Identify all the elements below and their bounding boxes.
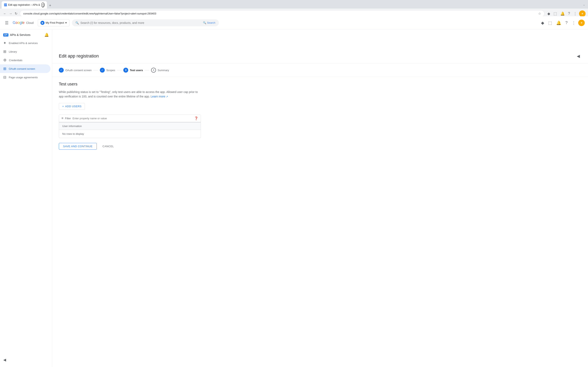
sidebar-collapse-button[interactable]: ◀ [0, 356, 9, 364]
action-buttons: SAVE AND CONTINUE CANCEL [59, 143, 201, 150]
browser-chrome: API Edit app registration – APIs & × + ˅… [0, 0, 588, 18]
topbar-diamond-button[interactable]: ◆ [539, 19, 546, 27]
diamond-icon-button[interactable]: ◆ [546, 11, 552, 17]
add-users-label: ADD USERS [65, 105, 81, 108]
tab-close-button[interactable]: × [41, 2, 44, 7]
page-header: Edit app registration ◀ [52, 48, 588, 64]
oauth-icon: ⊞ [3, 67, 6, 71]
screenshot-icon-button[interactable]: ⬚ [552, 11, 558, 17]
learn-more-link[interactable]: Learn more ↗ [151, 95, 168, 98]
step-divider-1 [93, 70, 98, 70]
back-button[interactable]: ← [2, 11, 7, 16]
tab-list-button[interactable]: ˅ [582, 4, 586, 8]
refresh-button[interactable]: ↻ [14, 11, 18, 16]
topbar-grid-button[interactable]: ⬚ [546, 19, 554, 27]
tab-title: Edit app registration – APIs & [8, 3, 40, 6]
project-icon: ◉ [40, 21, 44, 25]
url-text: console.cloud.google.com/apis/credential… [23, 12, 536, 15]
sidebar-item-label: Library [9, 50, 17, 53]
user-avatar[interactable]: ☀ [579, 10, 586, 17]
search-button-label: Search [207, 21, 215, 24]
filter-table-container: ≡ Filter ❓ User information No rows to d… [59, 115, 201, 138]
bookmark-button[interactable]: ☆ [538, 12, 541, 16]
project-dropdown-icon: ▾ [65, 21, 67, 24]
search-button[interactable]: 🔍 Search [203, 21, 215, 24]
external-link-icon: ↗ [166, 95, 168, 98]
save-and-continue-button[interactable]: SAVE AND CONTINUE [59, 143, 97, 150]
topbar-more-button[interactable]: ⋮ [570, 19, 577, 27]
sidebar-header: API APIs & Services 🔔 [0, 31, 52, 39]
help-icon-button[interactable]: ? [567, 11, 571, 17]
cloud-label: Cloud [25, 21, 34, 25]
filter-help-icon[interactable]: ❓ [194, 117, 198, 120]
cancel-button[interactable]: CANCEL [98, 143, 118, 150]
step-2-label: Scopes [106, 69, 115, 72]
add-users-plus-icon: + [62, 105, 64, 108]
bell-icon-button[interactable]: 🔔 [559, 11, 566, 17]
sidebar-item-label: Credentials [9, 59, 22, 62]
project-selector[interactable]: ◉ My First Project ▾ [38, 19, 69, 26]
step-4-label: Summary [158, 69, 169, 72]
step-3-label: Test users [130, 69, 143, 72]
topbar-help-button[interactable]: ? [564, 19, 569, 27]
sidebar-item-page-usage[interactable]: ⊟ Page usage agreements [0, 73, 51, 82]
step-1-checkmark: ✓ [60, 69, 62, 72]
step-divider-3 [145, 70, 149, 70]
step-divider-2 [117, 70, 122, 70]
filter-label: Filter [65, 117, 71, 120]
filter-bar: ≡ Filter ❓ [59, 115, 201, 122]
section-title: Test users [59, 82, 201, 86]
enabled-apis-icon: ✦ [3, 41, 6, 45]
step-3-circle: 3 [123, 68, 128, 73]
hamburger-menu-button[interactable]: ☰ [3, 19, 10, 27]
tab-favicon: API [4, 3, 7, 6]
section-description: While publishing status is set to "Testi… [59, 90, 201, 99]
step-1-circle: ✓ [59, 68, 64, 73]
search-button-icon: 🔍 [203, 21, 206, 24]
filter-container: ≡ Filter ❓ [59, 115, 201, 122]
sidebar-item-credentials[interactable]: ⚙ Credentials [0, 56, 51, 64]
more-icon-button[interactable]: ⋮ [572, 11, 578, 17]
browser-tab[interactable]: API Edit app registration – APIs & × [2, 1, 47, 8]
page-usage-icon: ⊟ [3, 75, 6, 80]
step-4-circle: 4 [151, 68, 156, 73]
step-oauth: ✓ OAuth consent screen [59, 68, 92, 73]
step-1-label: OAuth consent screen [65, 69, 92, 72]
sidebar-item-label: OAuth consent screen [9, 67, 35, 70]
topbar-right: ◆ ⬚ 🔔 ? ⋮ ☀ [539, 19, 585, 27]
content-area: Test users While publishing status is se… [52, 77, 208, 155]
topbar-user-avatar[interactable]: ☀ [578, 20, 585, 26]
add-users-button[interactable]: + ADD USERS [59, 103, 85, 110]
search-input[interactable] [80, 21, 201, 25]
sidebar-title: APIs & Services [10, 33, 30, 36]
sidebar-item-label: Page usage agreements [9, 76, 38, 79]
step-scopes: ✓ Scopes [100, 68, 115, 73]
step-3-number: 3 [125, 69, 127, 72]
step-2-circle: ✓ [100, 68, 105, 73]
table-empty-message: No rows to display [59, 130, 201, 138]
sidebar-item-library[interactable]: ⊞ Library [0, 47, 51, 56]
sidebar-bell-button[interactable]: 🔔 [44, 33, 49, 37]
project-name: My First Project [46, 21, 64, 24]
api-badge: API [3, 33, 8, 36]
library-icon: ⊞ [3, 49, 6, 54]
search-bar[interactable]: 🔍 🔍 Search [72, 19, 219, 26]
stepper: ✓ OAuth consent screen ✓ Scopes 3 Test u… [52, 64, 588, 77]
sidebar-item-enabled-apis[interactable]: ✦ Enabled APIs & services [0, 39, 51, 47]
google-cloud-logo[interactable]: Google Cloud [13, 21, 34, 25]
step-2-checkmark: ✓ [101, 69, 103, 72]
new-tab-button[interactable]: + [47, 3, 53, 8]
sidebar-item-oauth[interactable]: ⊞ OAuth consent screen [0, 64, 51, 73]
sidebar-item-label: Enabled APIs & services [9, 42, 38, 45]
app-layout: ☰ Google Cloud ◉ My First Project ▾ 🔍 🔍 … [0, 18, 588, 367]
filter-icon: ≡ [61, 117, 63, 120]
step-4-number: 4 [153, 69, 154, 72]
collapse-panel-button[interactable]: ◀ [575, 52, 581, 60]
table-container: User information No rows to display [59, 122, 201, 138]
forward-button[interactable]: → [8, 11, 13, 16]
filter-input[interactable] [72, 117, 192, 120]
page-title: Edit app registration [59, 53, 99, 59]
step-test-users: 3 Test users [123, 68, 143, 73]
topbar-bell-button[interactable]: 🔔 [554, 19, 563, 27]
url-bar[interactable]: console.cloud.google.com/apis/credential… [20, 10, 545, 17]
